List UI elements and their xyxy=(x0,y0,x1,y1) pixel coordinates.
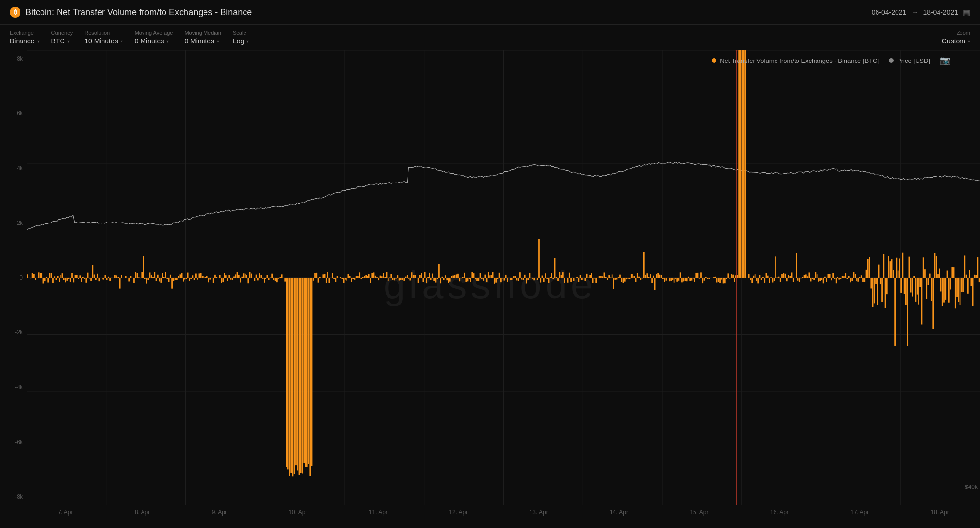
resolution-dropdown[interactable]: 10 Minutes ▾ xyxy=(84,37,122,45)
zoom-selector: Zoom Custom ▾ xyxy=(942,30,970,45)
btc-icon: ₿ xyxy=(10,7,20,18)
moving-median-label: Moving Median xyxy=(184,30,221,36)
x-label-apr7: 7. Apr xyxy=(58,509,73,516)
title-area: ₿ Bitcoin: Net Transfer Volume from/to E… xyxy=(10,7,252,18)
currency-chevron: ▾ xyxy=(67,39,70,44)
camera-icon[interactable]: 📷 xyxy=(940,55,951,66)
moving-average-value: 0 Minutes xyxy=(135,37,164,45)
exchange-value: Binance xyxy=(10,37,35,45)
y-axis: 8k 6k 4k 2k 0 -2k -4k -6k -8k xyxy=(0,50,27,505)
x-label-apr13: 13. Apr xyxy=(530,509,548,516)
y-label-neg6k: -6k xyxy=(4,439,23,446)
chart-legend: Net Transfer Volume from/to Exchanges - … xyxy=(712,55,951,66)
y-label-neg2k: -2k xyxy=(4,329,23,336)
x-label-apr12: 12. Apr xyxy=(449,509,468,516)
moving-average-label: Moving Average xyxy=(135,30,173,36)
x-label-apr15: 15. Apr xyxy=(690,509,708,516)
currency-dropdown[interactable]: BTC ▾ xyxy=(51,37,73,45)
legend-item-price: Price [USD] xyxy=(889,57,930,64)
x-label-apr9: 9. Apr xyxy=(212,509,227,516)
page-title: Bitcoin: Net Transfer Volume from/to Exc… xyxy=(25,7,252,18)
moving-average-chevron: ▾ xyxy=(166,39,169,44)
chart-area[interactable]: Net Transfer Volume from/to Exchanges - … xyxy=(0,50,980,520)
date-range: 06-04-2021 → 18-04-2021 ▦ xyxy=(872,8,970,17)
exchange-chevron: ▾ xyxy=(37,39,40,44)
exchange-selector: Exchange Binance ▾ xyxy=(10,30,40,45)
zoom-value: Custom xyxy=(942,37,965,45)
legend-label-volume: Net Transfer Volume from/to Exchanges - … xyxy=(720,57,879,64)
zoom-label: Zoom xyxy=(957,30,970,36)
date-arrow: → xyxy=(911,8,918,16)
resolution-chevron: ▾ xyxy=(121,39,123,44)
date-start: 06-04-2021 xyxy=(872,8,907,16)
moving-median-chevron: ▾ xyxy=(217,39,219,44)
exchange-label: Exchange xyxy=(10,30,40,36)
zoom-dropdown[interactable]: Custom ▾ xyxy=(942,37,970,45)
resolution-selector: Resolution 10 Minutes ▾ xyxy=(84,30,122,45)
x-label-apr17: 17. Apr xyxy=(850,509,869,516)
legend-label-price: Price [USD] xyxy=(897,57,930,64)
moving-median-selector: Moving Median 0 Minutes ▾ xyxy=(184,30,221,45)
scale-value: Log xyxy=(233,37,244,45)
x-axis: 7. Apr 8. Apr 9. Apr 10. Apr 11. Apr 12.… xyxy=(27,505,980,520)
calendar-icon[interactable]: ▦ xyxy=(963,8,970,17)
moving-average-dropdown[interactable]: 0 Minutes ▾ xyxy=(135,37,173,45)
resolution-value: 10 Minutes xyxy=(84,37,118,45)
y-label-0: 0 xyxy=(4,274,23,281)
x-label-apr10: 10. Apr xyxy=(288,509,307,516)
y-label-4k: 4k xyxy=(4,165,23,172)
y-label-2k: 2k xyxy=(4,220,23,226)
x-label-apr16: 16. Apr xyxy=(770,509,789,516)
toolbar: Exchange Binance ▾ Currency BTC ▾ Resolu… xyxy=(0,25,980,50)
legend-dot-grey xyxy=(889,58,894,63)
y-label-8k: 8k xyxy=(4,55,23,62)
x-label-apr11: 11. Apr xyxy=(369,509,388,516)
scale-dropdown[interactable]: Log ▾ xyxy=(233,37,249,45)
chart-canvas-container[interactable] xyxy=(27,50,980,505)
zoom-chevron: ▾ xyxy=(968,39,970,44)
currency-value: BTC xyxy=(51,37,65,45)
y-label-neg4k: -4k xyxy=(4,384,23,391)
currency-selector: Currency BTC ▾ xyxy=(51,30,73,45)
currency-label: Currency xyxy=(51,30,73,36)
y-label-neg8k: -8k xyxy=(4,493,23,500)
x-label-apr14: 14. Apr xyxy=(610,509,628,516)
scale-selector: Scale Log ▾ xyxy=(233,30,249,45)
y-label-6k: 6k xyxy=(4,110,23,117)
x-label-apr18: 18. Apr xyxy=(931,509,949,516)
scale-chevron: ▾ xyxy=(246,39,249,44)
price-axis-label: $40k xyxy=(965,484,978,490)
legend-dot-orange xyxy=(712,58,716,63)
moving-median-value: 0 Minutes xyxy=(184,37,214,45)
resolution-label: Resolution xyxy=(84,30,122,36)
x-label-apr8: 8. Apr xyxy=(135,509,150,516)
date-end: 18-04-2021 xyxy=(923,8,958,16)
moving-average-selector: Moving Average 0 Minutes ▾ xyxy=(135,30,173,45)
scale-label: Scale xyxy=(233,30,249,36)
page-header: ₿ Bitcoin: Net Transfer Volume from/to E… xyxy=(0,0,980,25)
legend-item-volume: Net Transfer Volume from/to Exchanges - … xyxy=(712,57,879,64)
exchange-dropdown[interactable]: Binance ▾ xyxy=(10,37,40,45)
moving-median-dropdown[interactable]: 0 Minutes ▾ xyxy=(184,37,221,45)
